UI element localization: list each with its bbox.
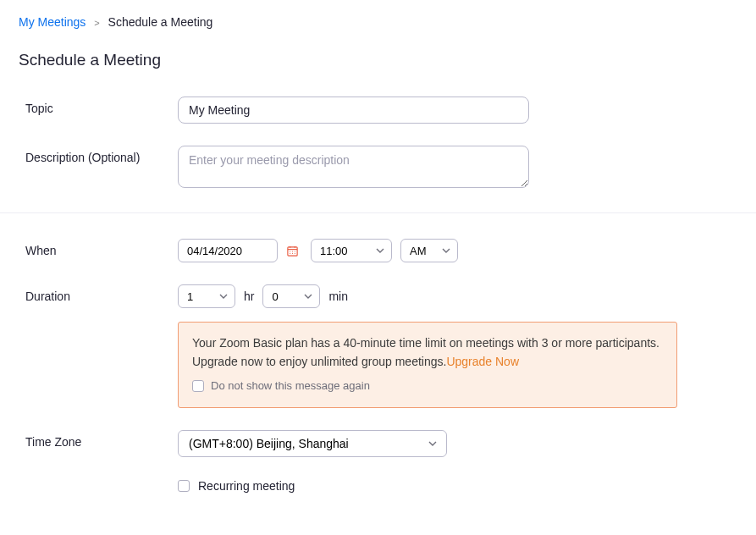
dismiss-warning-label: Do not show this message again [211, 378, 370, 394]
breadcrumb-separator: > [94, 18, 99, 28]
timezone-label: Time Zone [19, 430, 178, 449]
topic-label: Topic [19, 97, 178, 115]
upgrade-now-link[interactable]: Upgrade Now [446, 355, 519, 368]
duration-label: Duration [19, 284, 178, 303]
duration-hour-select[interactable] [178, 284, 235, 308]
breadcrumb-parent-link[interactable]: My Meetings [19, 15, 86, 29]
breadcrumb-current: Schedule a Meeting [108, 15, 213, 29]
breadcrumb: My Meetings > Schedule a Meeting [19, 15, 737, 29]
svg-point-7 [290, 252, 290, 253]
page-title: Schedule a Meeting [19, 51, 737, 69]
duration-min-select[interactable] [262, 284, 320, 308]
dismiss-warning-checkbox[interactable] [192, 380, 204, 392]
hour-unit-label: hr [244, 290, 254, 303]
ampm-select[interactable] [400, 239, 458, 262]
timezone-select[interactable] [178, 430, 447, 457]
date-input[interactable] [178, 239, 278, 262]
svg-point-5 [292, 251, 293, 251]
svg-point-4 [290, 251, 290, 251]
warning-text: Your Zoom Basic plan has a 40-minute tim… [192, 336, 659, 368]
time-select[interactable] [311, 239, 392, 262]
minute-unit-label: min [328, 290, 348, 303]
svg-point-8 [292, 252, 293, 253]
calendar-icon[interactable] [286, 245, 299, 257]
recurring-meeting-checkbox[interactable] [178, 480, 190, 492]
when-label: When [19, 239, 178, 257]
svg-point-9 [295, 252, 295, 253]
recurring-meeting-label: Recurring meeting [198, 479, 295, 493]
topic-input[interactable] [178, 97, 529, 124]
description-label: Description (Optional) [19, 146, 178, 164]
upgrade-warning-box: Your Zoom Basic plan has a 40-minute tim… [178, 322, 677, 408]
description-textarea[interactable] [178, 146, 529, 188]
svg-point-6 [295, 251, 295, 251]
section-divider [0, 212, 756, 213]
